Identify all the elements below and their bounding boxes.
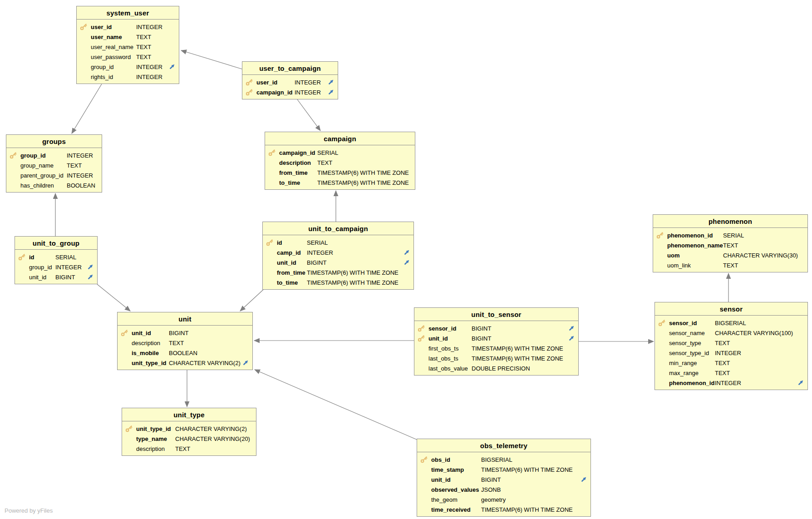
column-name: phenomenon_name [667, 242, 723, 249]
column-type: INTEGER [67, 152, 102, 159]
column-row: descriptionTEXT [118, 338, 252, 348]
entity-phenomenon[interactable]: phenomenonphenomenon_idSERIALphenomenon_… [653, 214, 808, 272]
column-row: sensor_typeTEXT [655, 338, 807, 348]
entity-groups[interactable]: groupsgroup_idINTEGERgroup_nameTEXTparen… [6, 134, 102, 193]
column-row: unit_type_idCHARACTER VARYING(2) [122, 424, 256, 434]
column-row: has_childrenBOOLEAN [6, 180, 102, 190]
column-name: unit_id [431, 476, 481, 483]
entity-columns: phenomenon_idSERIALphenomenon_nameTEXTuo… [653, 228, 807, 272]
entity-title: user_to_campaign [242, 62, 338, 75]
foreign-key-icon [169, 64, 179, 70]
column-name: sensor_id [669, 320, 715, 326]
column-name: max_range [669, 370, 715, 376]
column-name: id [277, 239, 307, 246]
entity-sensor[interactable]: sensorsensor_idBIGSERIALsensor_nameCHARA… [655, 302, 808, 390]
entity-title: unit [118, 312, 252, 326]
column-name: unit_id [428, 335, 472, 342]
primary-key-icon [653, 232, 667, 239]
column-type: TIMESTAMP(6) WITH TIME ZONE [317, 169, 415, 176]
column-row: parent_group_idINTEGER [6, 170, 102, 180]
column-name: to_time [279, 179, 317, 186]
entity-unit_type[interactable]: unit_typeunit_type_idCHARACTER VARYING(2… [122, 408, 256, 456]
column-type: INTEGER [136, 64, 169, 70]
entity-unit[interactable]: unitunit_idBIGINTdescriptionTEXTis_mobil… [117, 312, 253, 370]
column-name: has_children [20, 182, 67, 189]
column-row: descriptionTEXT [122, 444, 256, 454]
entity-system_user[interactable]: system_useruser_idINTEGERuser_nameTEXTus… [76, 6, 179, 84]
foreign-key-icon [87, 274, 97, 280]
column-name: sensor_name [669, 330, 715, 336]
column-name: first_obs_ts [428, 345, 472, 352]
column-type: INTEGER [295, 89, 328, 96]
entity-title: campaign [265, 132, 415, 145]
entity-user_to_campaign[interactable]: user_to_campaignuser_idINTEGERcampaign_i… [242, 61, 338, 99]
primary-key-icon [15, 253, 29, 261]
column-name: unit_id [29, 274, 55, 281]
column-name: last_obs_value [428, 365, 472, 372]
powered-by-label: Powered by yFiles [5, 507, 53, 514]
entity-obs_telemetry[interactable]: obs_telemetryobs_idBIGSERIALtime_stampTI… [417, 439, 591, 517]
column-row: uom_linkTEXT [653, 260, 807, 270]
column-name: group_name [20, 162, 67, 169]
column-row: unit_idBIGINT [417, 475, 591, 484]
column-name: unit_id [277, 259, 307, 266]
entities-layer: system_useruser_idINTEGERuser_nameTEXTus… [0, 0, 812, 519]
column-row: idSERIAL [15, 252, 97, 262]
column-name: id [29, 254, 55, 261]
column-type: INTEGER [307, 249, 404, 256]
column-type: TEXT [175, 445, 256, 452]
primary-key-icon [118, 329, 132, 336]
column-type: TEXT [723, 242, 807, 249]
column-type: CHARACTER VARYING(100) [715, 330, 807, 336]
column-type: BOOLEAN [169, 350, 252, 356]
column-type: INTEGER [136, 24, 179, 30]
column-row: is_mobileBOOLEAN [118, 348, 252, 358]
column-row: last_obs_tsTIMESTAMP(6) WITH TIME ZONE [414, 353, 578, 363]
column-name: min_range [669, 360, 715, 366]
entity-columns: group_idINTEGERgroup_nameTEXTparent_grou… [6, 148, 102, 192]
column-row: unit_idBIGINT [263, 257, 413, 267]
column-row: user_idINTEGER [77, 22, 179, 32]
entity-campaign[interactable]: campaigncampaign_idSERIALdescriptionTEXT… [265, 132, 415, 190]
column-type: TEXT [317, 159, 415, 166]
column-row: sensor_idBIGINT [414, 323, 578, 333]
column-type: TIMESTAMP(6) WITH TIME ZONE [307, 279, 413, 286]
column-name: sensor_type_id [669, 350, 715, 356]
foreign-key-icon [568, 335, 578, 341]
column-row: group_idINTEGER [77, 62, 179, 72]
primary-key-icon [414, 335, 428, 342]
entity-unit_to_campaign[interactable]: unit_to_campaignidSERIALcamp_idINTEGERun… [262, 222, 414, 290]
foreign-key-icon [242, 360, 252, 366]
column-name: obs_id [431, 456, 481, 463]
entity-columns: unit_idBIGINTdescriptionTEXTis_mobileBOO… [118, 326, 252, 370]
column-name: time_received [431, 506, 481, 513]
column-type: TEXT [136, 54, 179, 60]
column-type: SERIAL [317, 149, 415, 156]
column-name: rights_id [91, 74, 136, 80]
column-row: from_timeTIMESTAMP(6) WITH TIME ZONE [263, 267, 413, 277]
column-type: SERIAL [723, 232, 807, 239]
column-name: campaign_id [279, 149, 317, 156]
column-name: user_real_name [91, 44, 136, 50]
column-row: sensor_nameCHARACTER VARYING(100) [655, 328, 807, 338]
column-row: min_rangeTEXT [655, 358, 807, 368]
entity-title: unit_to_group [15, 237, 97, 250]
column-type: BIGINT [55, 274, 87, 281]
foreign-key-icon [581, 476, 591, 483]
column-name: sensor_id [428, 325, 472, 332]
column-name: last_obs_ts [428, 355, 472, 362]
entity-columns: idSERIALgroup_idINTEGERunit_idBIGINT [15, 250, 97, 284]
column-row: max_rangeTEXT [655, 368, 807, 378]
entity-unit_to_sensor[interactable]: unit_to_sensorsensor_idBIGINTunit_idBIGI… [414, 307, 579, 376]
entity-unit_to_group[interactable]: unit_to_groupidSERIALgroup_idINTEGERunit… [15, 236, 98, 284]
column-type: SERIAL [307, 239, 413, 246]
column-row: unit_idBIGINT [118, 328, 252, 338]
primary-key-icon [242, 79, 256, 86]
column-row: idSERIAL [263, 237, 413, 247]
column-type: BIGSERIAL [481, 456, 591, 463]
primary-key-icon [414, 325, 428, 332]
column-row: phenomenon_idSERIAL [653, 230, 807, 240]
column-type: CHARACTER VARYING(2) [175, 425, 256, 432]
foreign-key-icon [568, 325, 578, 331]
column-row: unit_type_idCHARACTER VARYING(2) [118, 358, 252, 368]
